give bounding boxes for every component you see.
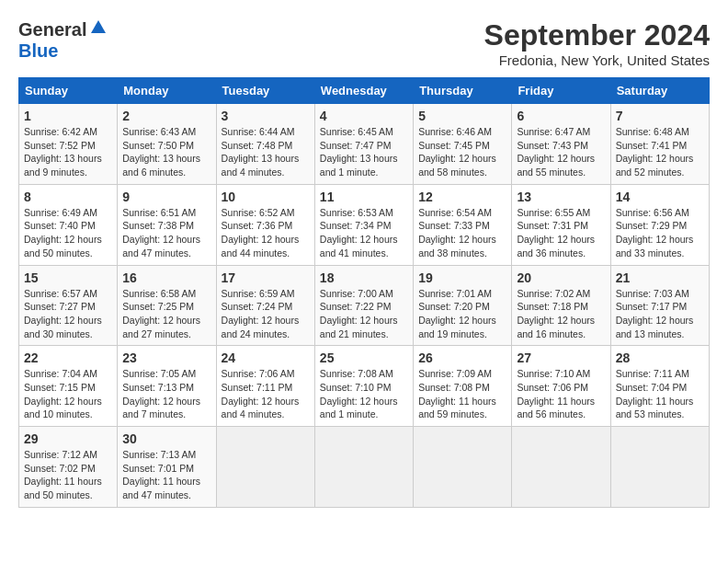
- logo-blue-text: Blue: [18, 40, 58, 61]
- calendar-cell: 7Sunrise: 6:48 AMSunset: 7:41 PMDaylight…: [610, 104, 709, 185]
- day-number: 19: [418, 270, 506, 285]
- header: General Blue September 2024 Fredonia, Ne…: [18, 18, 710, 68]
- day-number: 22: [24, 350, 112, 365]
- day-number: 17: [222, 270, 310, 285]
- day-info: Sunrise: 6:58 AMSunset: 7:25 PMDaylight:…: [122, 287, 210, 341]
- calendar-cell: 17Sunrise: 6:59 AMSunset: 7:24 PMDayligh…: [216, 265, 314, 346]
- day-of-week-header: Thursday: [414, 78, 512, 104]
- day-number: 29: [24, 431, 112, 446]
- day-number: 21: [616, 270, 704, 285]
- day-number: 1: [24, 109, 112, 123]
- calendar-cell: 12Sunrise: 6:54 AMSunset: 7:33 PMDayligh…: [414, 184, 512, 265]
- day-number: 5: [418, 109, 506, 123]
- calendar-cell: 29Sunrise: 7:12 AMSunset: 7:02 PMDayligh…: [19, 427, 118, 508]
- day-number: 16: [122, 270, 210, 285]
- day-info: Sunrise: 6:45 AMSunset: 7:47 PMDaylight:…: [320, 125, 408, 179]
- day-of-week-header: Monday: [118, 78, 216, 104]
- calendar-week-row: 8Sunrise: 6:49 AMSunset: 7:40 PMDaylight…: [19, 184, 710, 265]
- day-info: Sunrise: 7:03 AMSunset: 7:17 PMDaylight:…: [616, 287, 704, 341]
- calendar-cell: 20Sunrise: 7:02 AMSunset: 7:18 PMDayligh…: [512, 265, 610, 346]
- title-area: September 2024 Fredonia, New York, Unite…: [484, 18, 710, 68]
- day-info: Sunrise: 7:09 AMSunset: 7:08 PMDaylight:…: [418, 367, 506, 421]
- month-title: September 2024: [484, 18, 710, 52]
- calendar-cell: 4Sunrise: 6:45 AMSunset: 7:47 PMDaylight…: [314, 104, 413, 185]
- calendar-cell: 8Sunrise: 6:49 AMSunset: 7:40 PMDaylight…: [19, 184, 118, 265]
- location-title: Fredonia, New York, United States: [484, 52, 710, 68]
- day-number: 15: [24, 270, 112, 285]
- header-row: SundayMondayTuesdayWednesdayThursdayFrid…: [19, 78, 710, 104]
- calendar-cell: 19Sunrise: 7:01 AMSunset: 7:20 PMDayligh…: [414, 265, 512, 346]
- day-number: 20: [517, 270, 605, 285]
- calendar-cell: [414, 427, 512, 508]
- logo-icon: [89, 18, 108, 40]
- day-info: Sunrise: 6:46 AMSunset: 7:45 PMDaylight:…: [418, 125, 506, 179]
- day-info: Sunrise: 7:02 AMSunset: 7:18 PMDaylight:…: [517, 287, 605, 341]
- svg-marker-0: [91, 20, 106, 33]
- calendar-cell: 9Sunrise: 6:51 AMSunset: 7:38 PMDaylight…: [118, 184, 216, 265]
- calendar-cell: [216, 427, 314, 508]
- day-number: 3: [222, 109, 310, 123]
- day-info: Sunrise: 7:04 AMSunset: 7:15 PMDaylight:…: [24, 367, 112, 421]
- day-number: 12: [418, 190, 506, 204]
- day-number: 26: [418, 350, 506, 365]
- day-number: 28: [616, 350, 704, 365]
- calendar-table: SundayMondayTuesdayWednesdayThursdayFrid…: [18, 77, 710, 508]
- day-info: Sunrise: 6:55 AMSunset: 7:31 PMDaylight:…: [517, 206, 605, 260]
- calendar-cell: 11Sunrise: 6:53 AMSunset: 7:34 PMDayligh…: [314, 184, 413, 265]
- day-info: Sunrise: 6:53 AMSunset: 7:34 PMDaylight:…: [320, 206, 408, 260]
- day-info: Sunrise: 6:47 AMSunset: 7:43 PMDaylight:…: [517, 125, 605, 179]
- day-number: 27: [517, 350, 605, 365]
- day-info: Sunrise: 7:10 AMSunset: 7:06 PMDaylight:…: [517, 367, 605, 421]
- day-number: 8: [24, 190, 112, 204]
- calendar-cell: 15Sunrise: 6:57 AMSunset: 7:27 PMDayligh…: [19, 265, 118, 346]
- day-info: Sunrise: 7:13 AMSunset: 7:01 PMDaylight:…: [122, 448, 210, 502]
- day-info: Sunrise: 6:59 AMSunset: 7:24 PMDaylight:…: [222, 287, 310, 341]
- day-of-week-header: Friday: [512, 78, 610, 104]
- day-info: Sunrise: 6:54 AMSunset: 7:33 PMDaylight:…: [418, 206, 506, 260]
- calendar-cell: 21Sunrise: 7:03 AMSunset: 7:17 PMDayligh…: [610, 265, 709, 346]
- calendar-cell: 28Sunrise: 7:11 AMSunset: 7:04 PMDayligh…: [610, 346, 709, 427]
- day-of-week-header: Tuesday: [216, 78, 314, 104]
- day-number: 2: [122, 109, 210, 123]
- calendar-cell: 23Sunrise: 7:05 AMSunset: 7:13 PMDayligh…: [118, 346, 216, 427]
- day-number: 4: [320, 109, 408, 123]
- day-of-week-header: Saturday: [610, 78, 709, 104]
- day-number: 18: [320, 270, 408, 285]
- day-number: 6: [517, 109, 605, 123]
- day-number: 11: [320, 190, 408, 204]
- calendar-cell: 10Sunrise: 6:52 AMSunset: 7:36 PMDayligh…: [216, 184, 314, 265]
- day-number: 23: [122, 350, 210, 365]
- day-info: Sunrise: 6:56 AMSunset: 7:29 PMDaylight:…: [616, 206, 704, 260]
- calendar-cell: 5Sunrise: 6:46 AMSunset: 7:45 PMDaylight…: [414, 104, 512, 185]
- day-number: 24: [222, 350, 310, 365]
- day-number: 30: [122, 431, 210, 446]
- logo: General Blue: [18, 18, 108, 62]
- day-info: Sunrise: 6:44 AMSunset: 7:48 PMDaylight:…: [222, 125, 310, 179]
- day-info: Sunrise: 6:42 AMSunset: 7:52 PMDaylight:…: [24, 125, 112, 179]
- calendar-cell: 3Sunrise: 6:44 AMSunset: 7:48 PMDaylight…: [216, 104, 314, 185]
- day-of-week-header: Sunday: [19, 78, 118, 104]
- day-info: Sunrise: 6:52 AMSunset: 7:36 PMDaylight:…: [222, 206, 310, 260]
- day-info: Sunrise: 6:49 AMSunset: 7:40 PMDaylight:…: [24, 206, 112, 260]
- day-info: Sunrise: 7:05 AMSunset: 7:13 PMDaylight:…: [122, 367, 210, 421]
- calendar-cell: 26Sunrise: 7:09 AMSunset: 7:08 PMDayligh…: [414, 346, 512, 427]
- calendar-cell: 16Sunrise: 6:58 AMSunset: 7:25 PMDayligh…: [118, 265, 216, 346]
- day-info: Sunrise: 7:00 AMSunset: 7:22 PMDaylight:…: [320, 287, 408, 341]
- calendar-cell: 2Sunrise: 6:43 AMSunset: 7:50 PMDaylight…: [118, 104, 216, 185]
- day-number: 13: [517, 190, 605, 204]
- calendar-week-row: 29Sunrise: 7:12 AMSunset: 7:02 PMDayligh…: [19, 427, 710, 508]
- day-info: Sunrise: 7:08 AMSunset: 7:10 PMDaylight:…: [320, 367, 408, 421]
- calendar-cell: 13Sunrise: 6:55 AMSunset: 7:31 PMDayligh…: [512, 184, 610, 265]
- day-number: 7: [616, 109, 704, 123]
- day-info: Sunrise: 6:48 AMSunset: 7:41 PMDaylight:…: [616, 125, 704, 179]
- calendar-cell: 18Sunrise: 7:00 AMSunset: 7:22 PMDayligh…: [314, 265, 413, 346]
- calendar-week-row: 1Sunrise: 6:42 AMSunset: 7:52 PMDaylight…: [19, 104, 710, 185]
- logo-general-text: General: [18, 19, 86, 40]
- day-number: 9: [122, 190, 210, 204]
- calendar-week-row: 15Sunrise: 6:57 AMSunset: 7:27 PMDayligh…: [19, 265, 710, 346]
- calendar-cell: 14Sunrise: 6:56 AMSunset: 7:29 PMDayligh…: [610, 184, 709, 265]
- calendar-cell: 22Sunrise: 7:04 AMSunset: 7:15 PMDayligh…: [19, 346, 118, 427]
- day-info: Sunrise: 7:01 AMSunset: 7:20 PMDaylight:…: [418, 287, 506, 341]
- calendar-week-row: 22Sunrise: 7:04 AMSunset: 7:15 PMDayligh…: [19, 346, 710, 427]
- day-number: 10: [222, 190, 310, 204]
